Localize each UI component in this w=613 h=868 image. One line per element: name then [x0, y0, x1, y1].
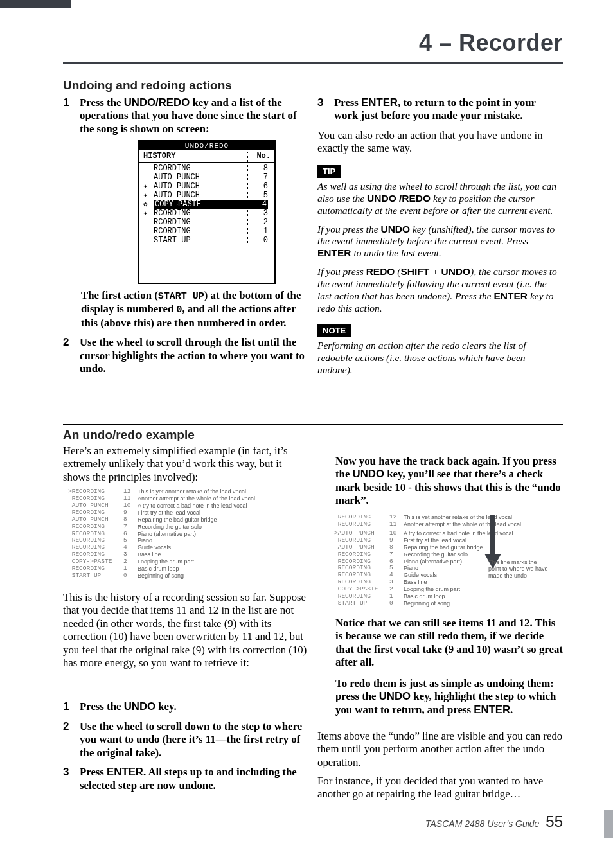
device-row: RCORDING1	[139, 227, 274, 236]
history-row: RECORDING4Guide vocals	[68, 544, 312, 551]
sec2-step1: 1Press the UNDO key.	[63, 700, 308, 714]
sec2-step3: 3Press ENTER. All steps up to and includ…	[63, 766, 308, 792]
note1: Performing an action after the redo clea…	[317, 340, 563, 376]
section1-title: Undoing and redoing actions	[63, 78, 232, 93]
history-row: START UP0Beginning of song	[334, 600, 565, 607]
footer-guide: TASCAM 2488 User’s Guide	[425, 819, 539, 829]
history-row: RECORDING6Piano (alternative part)	[68, 531, 312, 538]
device-row: ✦AUTO PUNCH6	[139, 182, 274, 191]
section-rule-1	[63, 75, 563, 75]
history-row: RECORDING7Recording the guitar solo	[68, 524, 312, 531]
sec1-step3: 3Press ENTER, to return to the point in …	[317, 96, 563, 123]
sec1-right-text: You can also redo an action that you hav…	[317, 129, 563, 155]
history-row: COPY->PASTE2Looping the drum part	[68, 558, 312, 565]
section2-title: An undo/redo example	[63, 428, 195, 442]
history-row: AUTO PUNCH8Repairing the bad guitar brid…	[68, 517, 312, 524]
t: The first action (	[81, 289, 158, 301]
tip3: If you press REDO (SHIFT + UNDO), the cu…	[317, 266, 563, 315]
sec2-intro: Here’s an extremely simplified example (…	[63, 445, 308, 484]
sec2-step2: 2Use the wheel to scroll down to the ste…	[63, 720, 308, 759]
sec1-step2: 2Use the wheel to scroll through the lis…	[63, 336, 308, 375]
history-row: >RECORDING12This is yet another retake o…	[68, 488, 312, 495]
history-row: RECORDING1Basic drum loop	[334, 593, 565, 600]
key: UNDO/REDO	[124, 96, 190, 109]
page-footer: TASCAM 2488 User’s Guide 55	[425, 813, 563, 831]
history-list-1: >RECORDING12This is yet another retake o…	[68, 488, 312, 580]
device-row: AUTO PUNCH7	[139, 173, 274, 182]
sec2-right-p2: Notice that we can still see items 11 an…	[335, 617, 563, 669]
sec2-right-p5: For instance, if you decided that you wa…	[317, 775, 563, 801]
device-hdr-no: No.	[256, 152, 271, 161]
device-row: ✿COPY→PASTE4	[139, 200, 274, 209]
sec2-para2: This is the history of a recording sessi…	[63, 591, 308, 670]
history-row: RECORDING1Basic drum loop	[68, 565, 312, 572]
sec1-after-device: The first action (START UP) at the botto…	[63, 289, 308, 330]
page-notch	[0, 0, 71, 8]
step-number: 1	[63, 96, 75, 110]
history-row: RECORDING5Piano	[68, 537, 312, 544]
step-number: 3	[317, 96, 329, 110]
history-row: RECORDING7Recording the guitar solo	[334, 551, 565, 558]
device-header: HISTORY No.	[139, 150, 274, 163]
sec1-step1: 1Press the UNDO/REDO key and a list of t…	[63, 96, 308, 136]
device-row: RCORDING2	[139, 218, 274, 227]
t: Use the wheel to scroll through the list…	[80, 336, 305, 375]
tip-badge: TIP	[317, 165, 341, 178]
sec2-right-p4: Items above the “undo” line are visible …	[317, 730, 563, 769]
device-row: ✦RCORDING3	[139, 209, 274, 218]
section-rule-2	[63, 424, 563, 425]
device-row: START UP0	[139, 236, 274, 245]
chapter-title: 4 – Recorder	[419, 30, 563, 57]
key: ENTER	[361, 96, 398, 109]
sec2-right-p3: To redo them is just as simple as undoin…	[335, 677, 563, 716]
sec2-right-intro: Now you have the track back again. If yo…	[335, 455, 563, 508]
note-badge: NOTE	[317, 324, 351, 337]
undo-redo-screen: UNDO/REDO HISTORY No. RCORDING8AUTO PUNC…	[138, 140, 276, 284]
device-hdr-history: HISTORY	[143, 152, 256, 161]
mono: START UP	[158, 291, 204, 302]
device-row: RCORDING8	[139, 164, 274, 173]
edge-tab	[604, 810, 613, 838]
step-number: 2	[63, 336, 75, 350]
callout-text: This line marks the point to where we ha…	[488, 559, 565, 579]
history-row: START UP0Beginning of song	[68, 572, 312, 580]
history-row: AUTO PUNCH10A try to correct a bad note …	[68, 502, 312, 509]
history-row: RECORDING11Another attempt at the whole …	[334, 521, 565, 528]
history-row: AUTO PUNCH8Repairing the bad guitar brid…	[334, 544, 565, 551]
device-row: ✦AUTO PUNCH5	[139, 191, 274, 200]
device-title: UNDO/REDO	[139, 141, 274, 150]
tip1: As well as using the wheel to scroll thr…	[317, 181, 563, 217]
device-rows: RCORDING8AUTO PUNCH7✦AUTO PUNCH6✦AUTO PU…	[139, 163, 274, 247]
t: Press the	[80, 96, 124, 109]
tip2: If you press the UNDO key (unshifted), t…	[317, 224, 563, 260]
t: Press	[334, 96, 361, 109]
footer-page: 55	[546, 813, 563, 830]
chapter-rule	[63, 62, 563, 64]
